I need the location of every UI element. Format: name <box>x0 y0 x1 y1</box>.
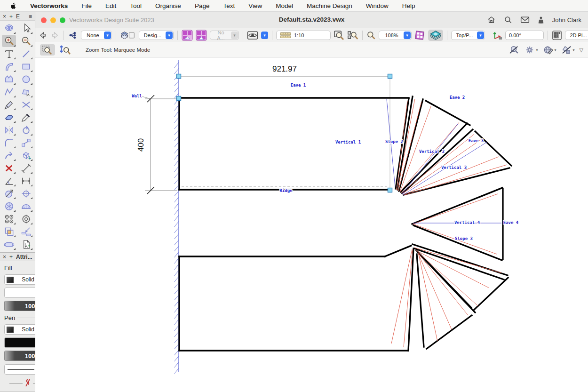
menu-item-edit[interactable]: Edit <box>105 2 116 9</box>
rotation-angle-field[interactable]: 0.00° <box>505 31 544 40</box>
protractor-tool[interactable] <box>19 200 33 212</box>
connect-tool[interactable] <box>19 136 33 149</box>
palette-e-button[interactable]: E <box>16 13 20 20</box>
back-arrow-icon[interactable] <box>38 30 48 41</box>
menu-item-help[interactable]: Help <box>402 2 415 9</box>
vectorworks-app: Vectorworks File Edit Tool Organise Page… <box>0 0 588 392</box>
menu-item-tool[interactable]: Tool <box>130 2 142 9</box>
magnifier-slash-icon[interactable] <box>509 45 520 55</box>
apple-menu[interactable] <box>9 2 16 10</box>
polygon-tool[interactable] <box>2 73 16 85</box>
dock-palette-button[interactable]: + <box>9 13 13 20</box>
duplicate-tool[interactable] <box>19 238 33 250</box>
keypad-icon[interactable] <box>552 30 562 41</box>
zoom-previous-icon[interactable] <box>347 30 358 41</box>
mirror-icon <box>4 125 15 136</box>
mail-icon[interactable] <box>520 16 530 24</box>
polyline-tool[interactable] <box>2 86 16 98</box>
eye-icon[interactable] <box>247 30 258 41</box>
menu-item-machine-design[interactable]: Machine Design <box>307 2 352 9</box>
wall-cap-icon[interactable] <box>196 30 207 41</box>
holes-tool[interactable] <box>2 213 16 225</box>
marquee-zoom-icon[interactable] <box>40 44 55 56</box>
roof-plane-5[interactable] <box>179 246 413 351</box>
line-tool[interactable] <box>19 48 33 60</box>
trim-tool[interactable] <box>2 162 16 174</box>
wall-join-icon[interactable] <box>182 30 193 41</box>
plane-mode-dropdown[interactable]: 2D Pl... ▾ <box>565 31 588 40</box>
zoom-in-tool[interactable] <box>2 35 16 47</box>
design-layer-dropdown[interactable]: Desig... ▾ <box>139 31 174 40</box>
linear-dimension-tool[interactable] <box>19 175 33 187</box>
gear-icon[interactable]: ▾ <box>524 45 538 55</box>
roof-fan-bottom[interactable] <box>413 244 508 349</box>
forward-arrow-icon[interactable] <box>50 30 60 41</box>
shapes-slash-icon[interactable]: ▾ <box>561 45 575 55</box>
menu-item-file[interactable]: File <box>81 2 92 9</box>
layers-icon[interactable] <box>120 30 136 41</box>
pan-zoom-icon[interactable] <box>59 45 71 55</box>
clip-tool[interactable] <box>2 225 16 238</box>
selection-tool[interactable] <box>19 22 33 34</box>
freehand-tool[interactable] <box>2 98 16 111</box>
center-mark-tool[interactable] <box>19 187 33 200</box>
axis-angle-icon[interactable] <box>493 30 502 41</box>
slot-tool[interactable] <box>2 238 16 250</box>
menu-item-window[interactable]: Window <box>366 2 389 9</box>
close-palette-button[interactable]: × <box>3 254 6 260</box>
zoom-level-dropdown[interactable]: 108% ▾ <box>379 31 412 40</box>
dock-palette-button[interactable]: + <box>9 254 13 260</box>
close-palette-button[interactable]: × <box>3 13 6 20</box>
eraser-tool[interactable] <box>2 111 16 123</box>
diameter-dimension-tool[interactable] <box>2 187 16 200</box>
arc-tool[interactable] <box>2 60 16 72</box>
text-tool[interactable] <box>2 48 16 60</box>
disclosure-triangle-icon[interactable]: ▽ <box>580 47 583 53</box>
user-name[interactable]: John Clark <box>552 16 581 24</box>
zoom-rect-icon[interactable] <box>334 30 344 41</box>
fillet-tool[interactable] <box>2 136 16 149</box>
magnifier-icon[interactable] <box>366 30 376 41</box>
menu-item-organise[interactable]: Organise <box>155 2 181 9</box>
mirror-tool[interactable] <box>2 124 16 136</box>
search-icon[interactable] <box>504 16 512 24</box>
eyedropper-tool[interactable] <box>19 111 33 123</box>
class-dropdown[interactable]: None ▾ <box>81 31 112 40</box>
menu-item-text[interactable]: Text <box>223 2 235 9</box>
target-tool[interactable] <box>19 213 33 225</box>
view-dropdown[interactable]: Top/P... ▾ <box>451 31 485 40</box>
roof-plane-1[interactable] <box>179 98 409 190</box>
circle-tool[interactable] <box>19 73 33 85</box>
menu-item-page[interactable]: Page <box>195 2 210 9</box>
callout-tool[interactable] <box>19 225 33 238</box>
tape-measure-tool[interactable] <box>19 162 33 174</box>
share-icon[interactable] <box>68 30 78 41</box>
extrude-icon <box>21 150 32 161</box>
user-icon <box>538 16 544 24</box>
height-dimension[interactable] <box>145 95 177 194</box>
reshape-tool[interactable] <box>19 86 33 98</box>
home-icon[interactable] <box>487 16 496 24</box>
zoom-out-tool[interactable] <box>19 35 33 47</box>
grid-icon[interactable] <box>414 30 425 41</box>
pattern-tool[interactable] <box>2 200 16 212</box>
eye-options-dropdown[interactable]: ▾ <box>261 32 268 39</box>
scale-field[interactable]: 1:10 <box>276 31 331 40</box>
flower-3d-tool[interactable] <box>2 22 16 34</box>
rectangle-tool[interactable] <box>19 60 33 72</box>
width-dimension[interactable] <box>179 76 390 188</box>
globe-edit-icon[interactable]: ▾ <box>543 45 556 55</box>
layer-plane-icon[interactable] <box>428 30 443 41</box>
drawing-area[interactable]: 921.97 400 <box>35 57 588 392</box>
menu-item-vectorworks[interactable]: Vectorworks <box>30 2 68 9</box>
angle-dimension-tool[interactable] <box>2 175 16 187</box>
palette-menu-icon[interactable]: ≡ <box>29 13 32 20</box>
offset-tool[interactable] <box>2 149 16 161</box>
menu-item-model[interactable]: Model <box>276 2 293 9</box>
extrude-tool[interactable] <box>19 149 33 161</box>
selection-handles[interactable] <box>177 74 392 192</box>
intersect-tool[interactable] <box>19 98 33 111</box>
drawing-svg[interactable]: 921.97 400 <box>35 57 588 392</box>
rotate-tool[interactable] <box>19 124 33 136</box>
menu-item-view[interactable]: View <box>248 2 262 9</box>
